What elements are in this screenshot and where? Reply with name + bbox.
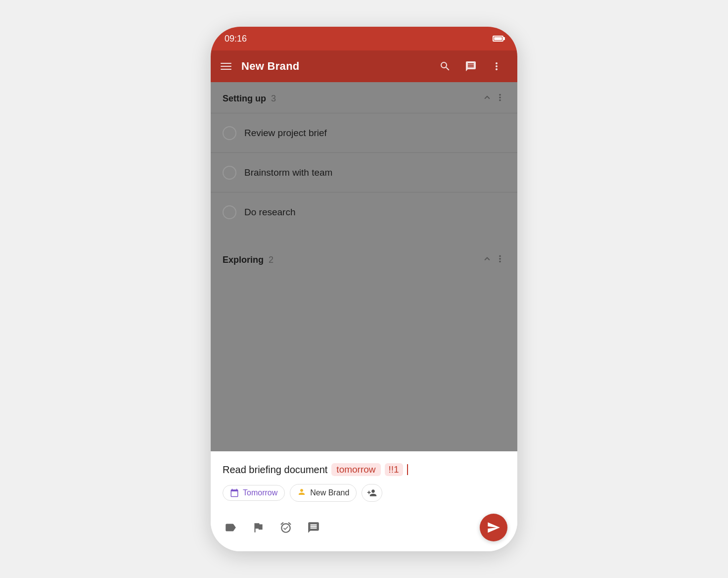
- exploring-more-button[interactable]: [495, 253, 505, 266]
- alarm-toolbar-button[interactable]: [276, 518, 296, 537]
- app-title: New Brand: [241, 60, 434, 73]
- section-actions-exploring: [482, 253, 505, 266]
- section-actions: [482, 92, 505, 105]
- app-bar: New Brand: [211, 50, 517, 82]
- chip-tomorrow-label: Tomorrow: [243, 488, 277, 497]
- search-button[interactable]: [434, 55, 456, 77]
- chat-button[interactable]: [460, 55, 482, 77]
- flag-toolbar-button[interactable]: [248, 518, 268, 537]
- task-label: Do research: [244, 207, 296, 218]
- input-chips: Tomorrow New Brand: [211, 484, 517, 510]
- task-item[interactable]: Review project brief: [211, 113, 517, 152]
- section-divider: [211, 232, 517, 243]
- task-list: Review project brief Brainstorm with tea…: [211, 113, 517, 232]
- battery-icon: [493, 36, 503, 42]
- task-label: Review project brief: [244, 128, 327, 139]
- section-count-exploring: 2: [269, 255, 273, 265]
- person-chip-icon: [297, 487, 306, 498]
- collapse-section-button[interactable]: [482, 92, 493, 105]
- hamburger-icon[interactable]: [221, 63, 231, 70]
- chip-project[interactable]: New Brand: [290, 484, 357, 502]
- status-time: 09:16: [225, 34, 247, 44]
- send-button[interactable]: [480, 514, 507, 541]
- section-more-button[interactable]: [495, 92, 505, 105]
- section-title-group-exploring: Exploring 2: [223, 255, 273, 265]
- chip-project-label: New Brand: [310, 488, 349, 497]
- task-item[interactable]: Brainstorm with team: [211, 152, 517, 192]
- bottom-sheet: Read briefing document tomorrow !!1 Tomo…: [211, 451, 517, 551]
- task-checkbox[interactable]: [223, 205, 236, 219]
- phone-shell: 09:16 New Brand Setting up 3: [211, 27, 517, 551]
- task-label: Brainstorm with team: [244, 167, 332, 178]
- section-title-group: Setting up 3: [223, 94, 276, 104]
- chip-add-person[interactable]: [362, 484, 382, 502]
- app-bar-actions: [434, 55, 507, 77]
- section-exploring-header: Exploring 2: [211, 243, 517, 274]
- section-count: 3: [271, 94, 276, 104]
- status-bar: 09:16: [211, 27, 517, 50]
- chip-tomorrow[interactable]: Tomorrow: [223, 485, 285, 501]
- collapse-exploring-button[interactable]: [482, 253, 493, 266]
- task-input-text: Read briefing document tomorrow !!1: [223, 463, 505, 476]
- toolbar-actions: [221, 518, 323, 537]
- label-toolbar-button[interactable]: [221, 518, 240, 537]
- status-icons: [493, 36, 503, 42]
- tag-priority: !!1: [385, 463, 403, 476]
- comment-toolbar-button[interactable]: [304, 518, 323, 537]
- toolbar-row: [211, 510, 517, 551]
- calendar-chip-icon: [230, 488, 239, 497]
- section-setting-up-header: Setting up 3: [211, 82, 517, 113]
- task-item[interactable]: Do research: [211, 192, 517, 232]
- main-content: Setting up 3 Review project brief Brains…: [211, 82, 517, 451]
- task-checkbox[interactable]: [223, 126, 236, 140]
- section-title-exploring: Exploring: [223, 255, 264, 265]
- task-checkbox[interactable]: [223, 166, 236, 180]
- task-input-static: Read briefing document: [223, 464, 327, 476]
- more-vert-button[interactable]: [486, 55, 507, 77]
- tag-tomorrow: tomorrow: [331, 463, 380, 476]
- task-input-area[interactable]: Read briefing document tomorrow !!1: [211, 451, 517, 484]
- cursor-line: [407, 464, 408, 475]
- section-title: Setting up: [223, 94, 266, 104]
